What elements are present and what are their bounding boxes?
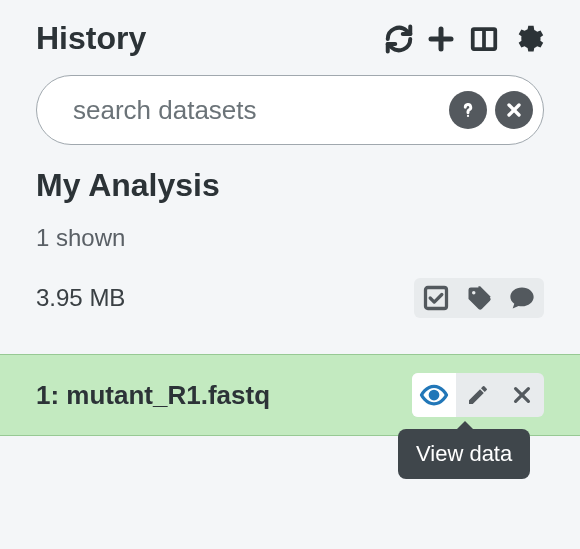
- dataset-actions: View data: [412, 373, 544, 417]
- view-button[interactable]: [412, 373, 456, 417]
- delete-button[interactable]: [500, 373, 544, 417]
- panel-header: History: [36, 20, 544, 57]
- checkbox-icon[interactable]: [422, 284, 450, 312]
- search-input[interactable]: [71, 94, 441, 127]
- gear-icon[interactable]: [512, 23, 544, 55]
- panel-title: History: [36, 20, 146, 57]
- columns-icon[interactable]: [468, 24, 500, 54]
- svg-point-4: [467, 115, 469, 117]
- size-row: 3.95 MB: [36, 278, 544, 318]
- dataset-label: 1: mutant_R1.fastq: [36, 380, 270, 411]
- tooltip: View data: [398, 429, 530, 479]
- help-icon[interactable]: [449, 91, 487, 129]
- history-meta-actions: [414, 278, 544, 318]
- tags-icon[interactable]: [464, 284, 494, 312]
- refresh-icon[interactable]: [384, 24, 414, 54]
- comment-icon[interactable]: [508, 284, 536, 312]
- search-bar: [36, 75, 544, 145]
- dataset-item[interactable]: 1: mutant_R1.fastq View data: [0, 354, 580, 436]
- history-size: 3.95 MB: [36, 284, 125, 312]
- history-name[interactable]: My Analysis: [36, 167, 544, 204]
- clear-search-icon[interactable]: [495, 91, 533, 129]
- shown-count: 1 shown: [36, 224, 544, 252]
- plus-icon[interactable]: [426, 24, 456, 54]
- svg-point-8: [430, 391, 438, 399]
- edit-button[interactable]: [456, 373, 500, 417]
- history-panel: History My Analysis 1 shown 3.95 MB: [0, 0, 580, 436]
- header-actions: [384, 23, 544, 55]
